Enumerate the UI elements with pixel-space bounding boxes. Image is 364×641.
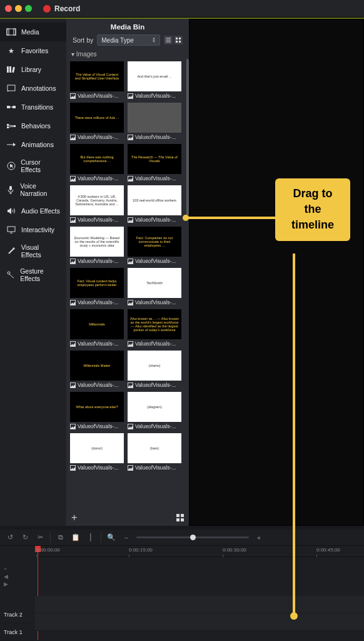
transitions-icon — [6, 102, 16, 112]
svg-point-15 — [8, 272, 10, 274]
sidebar-item-label: Visual Effects — [21, 244, 60, 259]
thumb-caption: ValueofVisuals-... — [78, 258, 124, 264]
image-icon — [128, 93, 133, 99]
media-thumbnail[interactable]: But there was nothing comprehensive ...V… — [70, 144, 124, 182]
media-thumbnail[interactable]: Economic Modeling — Based on the results… — [70, 227, 124, 264]
media-thumbnail[interactable]: ValueofVisuals-... — [128, 103, 181, 140]
time-mark: 0:00:15;00 — [129, 547, 153, 553]
media-thumbnail[interactable]: MillennialsValueofVisuals-... — [70, 309, 124, 347]
group-header[interactable]: ▾ Images — [66, 49, 189, 59]
view-grid-icon[interactable] — [174, 36, 183, 44]
paste-icon[interactable]: 📋 — [71, 533, 81, 543]
split-icon[interactable]: ⎮ — [86, 533, 96, 543]
redo-icon[interactable]: ↻ — [20, 533, 30, 543]
thumb-caption: ValueofVisuals-... — [78, 175, 124, 182]
add-track-icon[interactable]: + — [4, 566, 35, 572]
track-row[interactable] — [35, 613, 364, 631]
media-thumbnail[interactable]: (bars)ValueofVisuals-... — [128, 433, 181, 471]
media-thumbnail[interactable]: The Value of Visual Content and Simplifi… — [70, 61, 124, 99]
sort-select[interactable]: Media Type ▲▼ — [97, 34, 160, 46]
image-icon — [70, 259, 76, 264]
svg-rect-17 — [179, 38, 181, 39]
svg-rect-10 — [7, 126, 9, 128]
svg-rect-6 — [8, 85, 15, 91]
add-media-button[interactable]: + — [71, 512, 77, 523]
thumb-caption: ValueofVisuals-... — [78, 382, 124, 388]
track-row[interactable] — [35, 596, 364, 613]
media-thumbnail[interactable]: There were millions of Ads ...ValueofVis… — [70, 103, 124, 140]
thumb-caption: ValueofVisuals-... — [78, 423, 124, 429]
zoom-slider[interactable] — [136, 536, 249, 538]
image-icon — [70, 382, 76, 388]
copy-icon[interactable]: ⧉ — [56, 533, 66, 543]
media-thumbnail[interactable]: Also known as ... — Also known as the wo… — [128, 309, 181, 347]
cut-icon[interactable]: ✂ — [35, 533, 45, 543]
media-thumbnail[interactable]: (charts)ValueofVisuals-... — [128, 351, 181, 388]
close-icon[interactable] — [5, 5, 12, 12]
prev-marker-icon[interactable]: ◀ — [4, 573, 35, 580]
sidebar-item-label: Favorites — [21, 47, 48, 54]
zoom-out-icon[interactable]: 🔍 — [106, 533, 116, 543]
minus-icon[interactable]: − — [121, 533, 131, 543]
sidebar-animations[interactable]: Animations — [0, 135, 66, 154]
grid-size-icon[interactable] — [176, 514, 184, 521]
sidebar-gesture-effects[interactable]: Gesture Effects — [0, 263, 66, 287]
media-thumbnail[interactable]: And that's just email ...ValueofVisuals-… — [128, 61, 181, 99]
callout-tooltip: Drag to the timeline — [275, 178, 350, 241]
media-thumbnail[interactable]: The Research — The Value of VisualsValue… — [128, 144, 181, 182]
media-thumbnail[interactable]: Fact: Visual content helps employees per… — [70, 268, 124, 305]
sidebar-library[interactable]: Library — [0, 60, 66, 79]
track-2-label[interactable]: Track 2 — [0, 606, 35, 623]
maximize-icon[interactable] — [25, 5, 32, 12]
sidebar-media[interactable]: Media — [0, 23, 66, 41]
image-icon — [128, 424, 133, 429]
media-thumbnail[interactable]: 4,500 workers in US, UK, Canada, Germany… — [70, 185, 124, 223]
sidebar-voice-narration[interactable]: Voice Narration — [0, 178, 66, 202]
sort-label: Sort by — [73, 36, 93, 44]
cursor-icon — [6, 161, 16, 171]
media-thumbnail[interactable]: Millennials MatterValueofVisuals-... — [70, 351, 124, 388]
time-mark: 0:00:45;00 — [316, 547, 340, 553]
sidebar-item-label: Gesture Effects — [20, 267, 60, 282]
thumb-caption: ValueofVisuals-... — [78, 217, 124, 223]
undo-icon[interactable]: ↺ — [5, 533, 15, 543]
sidebar-cursor-effects[interactable]: Cursor Effects — [0, 154, 66, 178]
sidebar-favorites[interactable]: ★ Favorites — [0, 41, 66, 60]
sidebar-interactivity[interactable]: Interactivity — [0, 220, 66, 239]
media-thumbnail[interactable]: (diagram)ValueofVisuals-... — [128, 392, 181, 429]
track-1-label[interactable]: Track 1 — [0, 623, 35, 641]
timeline-ruler[interactable]: 0:00:00;00 0:00:15;00 0:00:30;00 0:00:45… — [35, 546, 364, 557]
record-label[interactable]: Record — [54, 4, 80, 13]
timeline: ↺ ↻ ✂ ⧉ 📋 ⎮ 🔍 − + + ◀ ▶ Track 2 Track 1 … — [0, 526, 364, 641]
media-thumbnail[interactable]: 103 real-world office workersValueofVisu… — [128, 185, 181, 223]
media-thumbnail[interactable]: (donut)ValueofVisuals-... — [70, 433, 124, 471]
next-marker-icon[interactable]: ▶ — [4, 581, 35, 587]
sidebar-behaviors[interactable]: Behaviors — [0, 116, 66, 135]
sidebar-item-label: Animations — [21, 141, 54, 148]
svg-rect-0 — [7, 29, 16, 35]
record-icon[interactable] — [43, 5, 51, 13]
preview-canvas[interactable] — [189, 19, 364, 526]
sidebar-annotations[interactable]: Annotations — [0, 79, 66, 98]
sidebar-visual-effects[interactable]: Visual Effects — [0, 239, 66, 263]
thumb-caption: ValueofVisuals-... — [78, 93, 124, 99]
media-thumbnail[interactable]: TechSmithValueofVisuals-... — [128, 268, 181, 305]
minimize-icon[interactable] — [15, 5, 22, 12]
sidebar-audio-effects[interactable]: Audio Effects — [0, 202, 66, 220]
sidebar-transitions[interactable]: Transitions — [0, 98, 66, 116]
plus-icon[interactable]: + — [254, 533, 264, 543]
tracks-area[interactable] — [35, 557, 364, 631]
thumb-caption: ValueofVisuals-... — [78, 464, 124, 471]
scrollbar[interactable] — [186, 59, 189, 510]
thumb-caption: ValueofVisuals-... — [135, 217, 181, 223]
media-thumbnail[interactable]: Fact: Companies do not communicate to th… — [128, 227, 181, 264]
svg-rect-14 — [8, 227, 15, 232]
image-icon — [70, 217, 76, 223]
thumb-caption: ValueofVisuals-... — [135, 134, 181, 140]
view-list-icon[interactable] — [164, 36, 173, 44]
film-icon — [6, 27, 16, 37]
thumb-caption: ValueofVisuals-... — [135, 341, 181, 347]
behaviors-icon — [6, 121, 16, 131]
media-thumbnail[interactable]: What about everyone else?ValueofVisuals-… — [70, 392, 124, 429]
track-labels: + ◀ ▶ Track 2 Track 1 — [0, 546, 35, 641]
